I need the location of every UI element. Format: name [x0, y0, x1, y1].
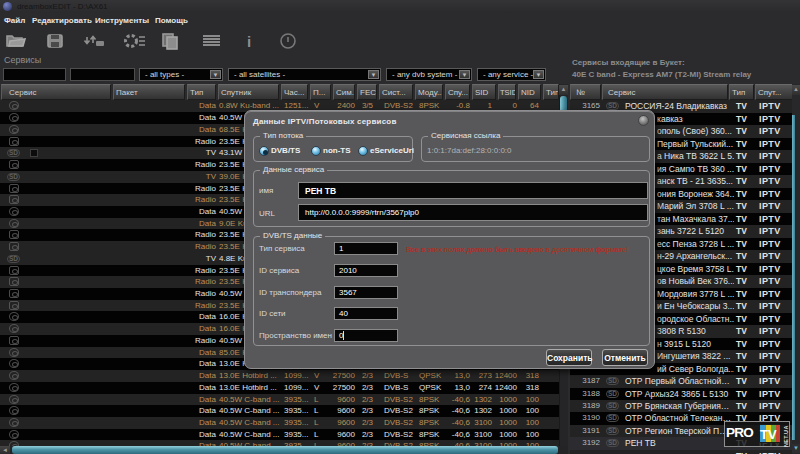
svg-text:TV: TV [760, 427, 777, 442]
svg-text:i: i [247, 33, 251, 50]
